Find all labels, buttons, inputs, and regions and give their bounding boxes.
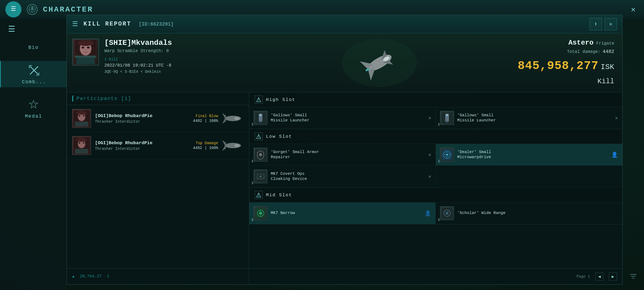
launcher-2-name: 'Gallows' SmallMissile Launcher xyxy=(457,113,496,123)
top-close-button[interactable]: ✕ xyxy=(628,4,639,15)
damage-value-1: 4482 xyxy=(193,119,202,123)
sidebar-item-combat[interactable]: Comb... xyxy=(0,61,67,87)
launcher-2-close[interactable]: ✕ xyxy=(615,115,618,121)
sidebar-bio-label: Bio xyxy=(28,45,39,50)
svg-point-51 xyxy=(234,144,240,147)
high-slot-item-1[interactable]: 1 'Gallows' SmallMissile Launcher ✕ xyxy=(249,107,436,129)
svg-rect-48 xyxy=(75,149,88,154)
main-content: Participants [1] xyxy=(67,92,622,284)
armor-count: 1 xyxy=(251,160,253,163)
total-damage-value: 4482 xyxy=(603,49,614,54)
fitting-panel: High Slot xyxy=(249,92,622,284)
high-slot-header: High Slot xyxy=(249,92,622,107)
mwd-count: 1 xyxy=(438,160,440,163)
sidebar-menu-icon[interactable]: ☰ xyxy=(0,24,15,34)
svg-point-34 xyxy=(83,115,85,117)
participants-header: Participants [1] xyxy=(67,92,249,105)
cloak-close[interactable]: ✕ xyxy=(428,173,431,179)
svg-line-5 xyxy=(31,9,32,11)
low-slot-header: Low Slot xyxy=(249,129,622,144)
sidebar-item-bio[interactable]: Bio xyxy=(0,42,67,53)
filter-icon xyxy=(629,273,637,281)
fitting-footer: Page 1 ◀ ▶ xyxy=(249,268,622,284)
export-icon: ⬆ xyxy=(594,21,597,27)
modal-actions: ⬆ ✕ xyxy=(590,18,617,30)
svg-point-45 xyxy=(83,142,85,144)
armor-close[interactable]: ✕ xyxy=(428,152,431,158)
ship-image-area xyxy=(249,33,510,92)
scholar-count: 1 xyxy=(438,218,440,222)
participant-ship-img-1 xyxy=(222,112,244,125)
low-slot-label: Low Slot xyxy=(266,134,292,139)
mid-slot-header: Mid Slot xyxy=(249,188,622,202)
item-icon-armor xyxy=(254,148,268,162)
mk7-count: 1 xyxy=(251,218,253,222)
victim-details: [SHIE]Mkvandals Warp Scramble Strength: … xyxy=(104,39,172,74)
item-icon-mwd xyxy=(440,148,454,162)
modal-close-button[interactable]: ✕ xyxy=(605,18,617,30)
svg-point-75 xyxy=(259,175,262,177)
participant-ship-2: Thrasher Interdictor xyxy=(95,147,189,151)
launcher-1-name: 'Gallows' SmallMissile Launcher xyxy=(271,113,309,123)
mid-slot-item-1[interactable]: 1 MK7 Narrow 👤 xyxy=(249,202,436,224)
high-slot-section: High Slot xyxy=(249,92,622,129)
cloak-count: 1 xyxy=(251,181,253,185)
isk-value: 845,958,277 xyxy=(518,59,598,73)
svg-point-78 xyxy=(258,196,259,196)
svg-rect-20 xyxy=(78,43,93,44)
svg-point-66 xyxy=(258,137,259,138)
footer-isk: 20,704.27 xyxy=(80,274,101,279)
participant-avatar-1 xyxy=(72,109,91,128)
footer-nav-next[interactable]: ▶ xyxy=(609,273,617,281)
low-slot-item-2[interactable]: 1 'Dealer' SmallMicrowarpdrive 👤 xyxy=(436,144,622,166)
kill-report-modal: ☰ KILL REPORT [ID:6623291] ⬆ ✕ xyxy=(67,15,623,285)
svg-point-81 xyxy=(259,212,262,215)
hamburger-icon: ☰ xyxy=(11,6,16,12)
svg-point-62 xyxy=(446,114,448,116)
svg-point-40 xyxy=(234,117,240,120)
footer-count: 1 xyxy=(107,274,109,279)
menu-button[interactable]: ☰ xyxy=(5,1,21,17)
character-icon xyxy=(27,4,38,15)
victim-kill-count: 1 Kill xyxy=(104,57,172,61)
participant-item-2[interactable]: [OGI]Bebop RhubardPie Thrasher Interdict… xyxy=(67,132,249,159)
victim-warp-scramble: Warp Scramble Strength: 0 xyxy=(104,49,172,53)
left-sidebar: ☰ Bio Comb... Medal xyxy=(0,19,67,290)
svg-point-55 xyxy=(258,100,259,101)
svg-point-3 xyxy=(31,7,33,9)
sidebar-item-medal[interactable]: Medal xyxy=(0,95,67,122)
vitruvian-icon xyxy=(28,6,36,13)
participant-damage-2: Top Damage 4482 | 100% xyxy=(193,141,218,150)
participant-item[interactable]: [OGI]Bebop RhubardPie Thrasher Interdict… xyxy=(67,105,249,132)
svg-rect-36 xyxy=(76,113,87,114)
footer-page-label: Page 1 xyxy=(577,274,590,279)
svg-rect-47 xyxy=(76,140,87,141)
victim-avatar xyxy=(72,39,99,66)
mid-slot-item-2[interactable]: 1 'Scholar' Wide Range xyxy=(436,202,622,224)
svg-rect-63 xyxy=(446,121,448,122)
cloak-name: MK7 Covert OpsCloaking Device xyxy=(271,171,307,182)
damage-pct-2: 100% xyxy=(209,146,218,150)
high-slot-icon xyxy=(255,96,263,104)
damage-type-1: Final Blow xyxy=(196,114,218,118)
scholar-name: 'Scholar' Wide Range xyxy=(457,211,506,216)
victim-location: 3QE-9Q < S-B1E4 < Deklein xyxy=(104,70,172,74)
svg-point-58 xyxy=(259,114,262,116)
svg-point-18 xyxy=(87,46,90,49)
footer-nav-prev[interactable]: ◀ xyxy=(595,273,603,281)
low-slot-item-3[interactable]: 1 MK7 Covert OpsCloaking Device ✕ xyxy=(249,166,436,187)
participant-info-2: [OGI]Bebop RhubardPie Thrasher Interdict… xyxy=(95,140,189,151)
damage-pct-1: 100% xyxy=(209,119,218,123)
low-slot-item-1[interactable]: 1 'Gorget' Small ArmorRepairer ✕ xyxy=(249,144,436,166)
filter-button[interactable] xyxy=(628,271,639,282)
medal-icon xyxy=(27,98,40,111)
launcher-1-close[interactable]: ✕ xyxy=(428,115,431,121)
high-slot-item-2[interactable]: 1 'Gallows' SmallMissile Launcher ✕ xyxy=(436,107,622,129)
modal-close-icon: ✕ xyxy=(609,21,612,27)
damage-sep-2: | xyxy=(205,146,209,150)
export-button[interactable]: ⬆ xyxy=(590,18,602,30)
modal-menu-icon[interactable]: ☰ xyxy=(72,20,78,28)
kill-type: Kill xyxy=(598,77,614,85)
svg-rect-22 xyxy=(75,56,96,58)
svg-rect-59 xyxy=(259,121,262,122)
